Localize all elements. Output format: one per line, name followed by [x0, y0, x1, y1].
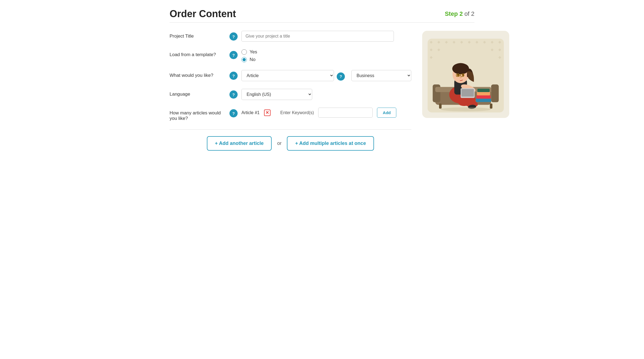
svg-rect-45	[439, 104, 441, 109]
keyword-label: Enter Keyword(s)	[280, 110, 314, 115]
articles-row: How many articles would you like? ? Arti…	[170, 108, 411, 121]
project-title-control	[241, 31, 411, 42]
language-control: English (US) English (UK) Spanish French…	[241, 89, 411, 100]
svg-rect-32	[461, 89, 474, 97]
category-help-icon[interactable]: ?	[337, 72, 345, 81]
radio-group: Yes No	[241, 49, 411, 62]
svg-rect-21	[476, 99, 491, 102]
keyword-input[interactable]	[318, 108, 373, 118]
svg-rect-22	[476, 95, 490, 99]
articles-control: Article #1 ✕ Enter Keyword(s) Add	[241, 108, 411, 118]
language-select[interactable]: English (US) English (UK) Spanish French…	[241, 89, 312, 100]
article-type-select[interactable]: Article Blog Post Press Release Web Cont…	[241, 70, 334, 81]
add-multiple-articles-button[interactable]: + Add multiple articles at once	[287, 136, 374, 151]
load-template-control: Yes No	[241, 49, 411, 62]
svg-point-39	[460, 77, 462, 78]
category-select[interactable]: Business Technology Health Finance Trave…	[351, 70, 411, 81]
svg-point-44	[440, 107, 491, 111]
main-layout: Project Title ? Load from a template? ? …	[170, 31, 474, 151]
illustration-svg	[428, 39, 504, 112]
article-number-label: Article #1	[241, 110, 260, 115]
project-title-input[interactable]	[241, 31, 394, 42]
what-would-you-like-row: What would you like? ? Article Blog Post…	[170, 70, 411, 81]
svg-point-40	[455, 78, 460, 82]
load-template-help-icon[interactable]: ?	[229, 51, 238, 59]
load-template-row: Load from a template? ? Yes No	[170, 49, 411, 62]
svg-rect-19	[491, 84, 499, 102]
step-suffix: of 2	[463, 10, 474, 17]
add-another-article-button[interactable]: + Add another article	[207, 136, 272, 151]
project-title-help-icon[interactable]: ?	[229, 32, 238, 41]
articles-label: How many articles would you like?	[170, 108, 229, 121]
project-title-row: Project Title ?	[170, 31, 411, 42]
delete-article-icon[interactable]: ✕	[264, 109, 271, 116]
or-text: or	[277, 141, 281, 146]
language-row: Language ? English (US) English (UK) Spa…	[170, 89, 411, 100]
svg-rect-23	[477, 92, 490, 95]
radio-no-label: No	[250, 57, 256, 62]
article-row: Article #1 ✕ Enter Keyword(s) Add	[241, 108, 411, 118]
radio-yes-label: Yes	[250, 49, 257, 55]
page-title: Order Content	[170, 8, 236, 20]
language-help-icon[interactable]: ?	[229, 90, 238, 99]
header-divider	[170, 22, 474, 23]
articles-help-icon[interactable]: ?	[229, 109, 238, 117]
page-container: Order Content Step 2 of 2 Project Title …	[159, 0, 485, 159]
step-number: Step 2	[445, 10, 463, 17]
project-title-label: Project Title	[170, 31, 229, 39]
bottom-actions: + Add another article or + Add multiple …	[170, 136, 411, 151]
illustration-box	[422, 31, 509, 118]
select-group: Article Blog Post Press Release Web Cont…	[241, 70, 411, 81]
svg-point-34	[452, 63, 469, 74]
form-area: Project Title ? Load from a template? ? …	[170, 31, 411, 151]
svg-rect-46	[490, 104, 492, 109]
radio-yes-input[interactable]	[241, 49, 247, 55]
what-would-you-like-help-icon[interactable]: ?	[229, 72, 238, 80]
load-template-label: Load from a template?	[170, 49, 229, 57]
radio-yes[interactable]: Yes	[241, 49, 411, 55]
radio-no-input[interactable]	[241, 57, 247, 62]
what-would-you-like-label: What would you like?	[170, 70, 229, 78]
what-would-you-like-control: Article Blog Post Press Release Web Cont…	[241, 70, 411, 81]
bottom-divider	[170, 129, 411, 130]
language-label: Language	[170, 89, 229, 97]
radio-no[interactable]: No	[241, 57, 411, 62]
svg-rect-24	[477, 89, 490, 92]
step-indicator: Step 2 of 2	[445, 10, 474, 17]
page-header: Order Content Step 2 of 2	[170, 8, 474, 20]
illustration-area	[422, 31, 509, 151]
add-keyword-button[interactable]: Add	[377, 108, 396, 118]
